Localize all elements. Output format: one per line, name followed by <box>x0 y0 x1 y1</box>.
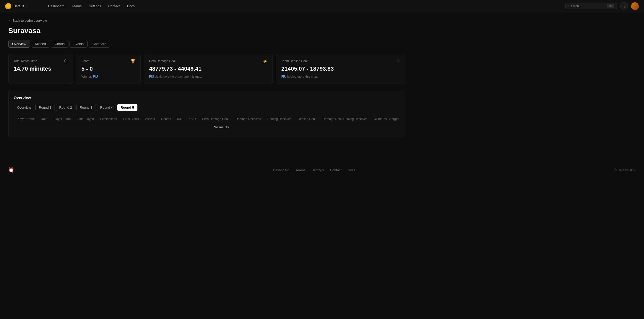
stat-label-healing: Team Healing Dealt <box>281 59 400 63</box>
footer-nav-contact[interactable]: Contact <box>330 168 342 172</box>
footer-nav-teams[interactable]: Teams <box>296 168 305 172</box>
stat-card-healing: Team Healing Dealt 21405.07 - 18793.83 ♡… <box>276 54 405 84</box>
damage-team: FIU <box>149 75 154 78</box>
overview-table: Player Name Role Player Team Time Played… <box>14 115 400 131</box>
stat-value-damage: 48779.73 - 44049.41 <box>149 65 267 72</box>
round-tab-5[interactable]: Round 5 <box>117 104 137 111</box>
col-assists: Assists <box>142 115 158 123</box>
back-link[interactable]: ← Back to scrim overview <box>8 19 405 23</box>
stat-card-time: Total Match Time 14.70 minutes ⏱ <box>8 54 73 84</box>
footer-copyright: © 2024 lux.dev. <box>614 168 636 172</box>
col-player-team: Player Team <box>50 115 74 123</box>
stat-sub-score: Winner: FIU <box>81 75 135 78</box>
stat-sub-damage: FIU dealt more hero damage this map. <box>149 75 267 78</box>
footer-nav-dashboard[interactable]: Dashboard <box>273 168 290 172</box>
search-kbd: ⌘K <box>607 4 614 8</box>
round-tab-1[interactable]: Round 1 <box>35 104 55 111</box>
time-icon: ⏱ <box>64 59 68 63</box>
col-kd: K/D <box>174 115 185 123</box>
stat-label-score: Score <box>81 59 135 63</box>
trophy-icon: 🏆 <box>130 59 136 64</box>
search-box[interactable]: ⌘K <box>565 3 617 9</box>
stats-grid: Total Match Time 14.70 minutes ⏱ Score 5… <box>8 54 405 84</box>
nav-settings[interactable]: Settings <box>86 3 104 10</box>
round-tab-overview[interactable]: Overview <box>14 104 34 111</box>
footer-nav-settings[interactable]: Settings <box>312 168 324 172</box>
col-healing-received: Healing Received <box>264 115 295 123</box>
brand[interactable]: 🌙 Default ▾ <box>5 3 39 9</box>
tab-compare[interactable]: Compare <box>89 40 110 48</box>
nav-docs[interactable]: Docs <box>124 3 138 10</box>
main-content: ← Back to scrim overview Suravasa Overvi… <box>0 12 413 143</box>
winner-team: FIU <box>93 75 98 78</box>
col-deaths: Deaths <box>158 115 174 123</box>
tab-overview[interactable]: Overview <box>8 40 30 48</box>
stat-label-time: Total Match Time <box>14 59 67 63</box>
table-head: Player Name Role Player Team Time Played… <box>14 115 400 123</box>
footer: ⏰ Dashboard Teams Settings Contact Docs … <box>0 159 644 181</box>
stat-value-score: 5 - 0 <box>81 65 135 72</box>
col-player-name: Player Name <box>14 115 38 123</box>
round-tab-2[interactable]: Round 2 <box>56 104 75 111</box>
avatar[interactable] <box>631 2 639 10</box>
navbar-right: ⌘K ☽ <box>565 2 639 10</box>
table-container: Player Name Role Player Team Time Played… <box>14 115 400 131</box>
main-tabs: Overview Killfeed Charts Events Compare <box>8 40 405 48</box>
nav-teams[interactable]: Teams <box>69 3 85 10</box>
col-eliminations: Eliminations <box>97 115 120 123</box>
table-no-results-row: No results. <box>14 123 400 131</box>
stat-sub-healing: FIU healed more this map. <box>281 75 400 78</box>
search-input[interactable] <box>568 4 605 8</box>
col-damage-received: Damage Received <box>232 115 264 123</box>
stat-card-score: Score 5 - 0 🏆 Winner: FIU <box>76 54 141 84</box>
brand-icon: 🌙 <box>5 3 11 9</box>
overview-section: Overview Overview Round 1 Round 2 Round … <box>8 90 405 137</box>
col-time-played: Time Played <box>74 115 97 123</box>
damage-icon: ⚡ <box>263 59 268 64</box>
page-title: Suravasa <box>8 27 405 35</box>
brand-name: Default <box>13 4 24 8</box>
col-hero-damage: Hero Damage Dealt <box>199 115 232 123</box>
footer-logo: ⏰ <box>8 167 14 173</box>
col-healing-dealt: Healing Dealt <box>295 115 320 123</box>
nav-dashboard[interactable]: Dashboard <box>45 3 68 10</box>
stat-label-damage: Hero Damage Dealt <box>149 59 267 63</box>
no-results-cell: No results. <box>14 123 400 131</box>
col-kad: KA/D <box>185 115 199 123</box>
healing-icon: ♡ <box>397 59 400 64</box>
stat-value-healing: 21405.07 - 18793.83 <box>281 65 400 72</box>
footer-nav-docs[interactable]: Docs <box>348 168 355 172</box>
stat-value-time: 14.70 minutes <box>14 65 67 72</box>
col-damage-healing-ratio: Damage Dealt:Healing Received <box>320 115 371 123</box>
col-role: Role <box>38 115 50 123</box>
table-header-row: Player Name Role Player Team Time Played… <box>14 115 400 123</box>
col-final-blows: Final Blows <box>120 115 142 123</box>
overview-title: Overview <box>14 95 400 100</box>
footer-nav: Dashboard Teams Settings Contact Docs <box>273 168 355 172</box>
tab-killfeed[interactable]: Killfeed <box>31 40 50 48</box>
tab-charts[interactable]: Charts <box>51 40 68 48</box>
col-ults-charged: Ultimates Charged <box>371 115 400 123</box>
navbar: 🌙 Default ▾ Dashboard Teams Settings Con… <box>0 0 644 12</box>
brand-chevron-icon: ▾ <box>27 5 28 8</box>
theme-toggle-button[interactable]: ☽ <box>620 2 628 10</box>
table-body: No results. <box>14 123 400 131</box>
stat-card-damage: Hero Damage Dealt 48779.73 - 44049.41 ⚡ … <box>144 54 273 84</box>
round-tabs: Overview Round 1 Round 2 Round 3 Round 4… <box>14 104 400 111</box>
round-tab-4[interactable]: Round 4 <box>97 104 116 111</box>
tab-events[interactable]: Events <box>69 40 88 48</box>
nav-contact[interactable]: Contact <box>105 3 123 10</box>
healing-team: FIU <box>281 75 286 78</box>
round-tab-3[interactable]: Round 3 <box>76 104 96 111</box>
navbar-nav: Dashboard Teams Settings Contact Docs <box>45 3 559 10</box>
